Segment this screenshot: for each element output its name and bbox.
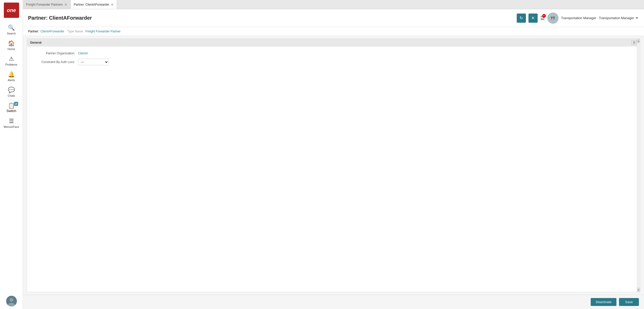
close-icon: ✕	[531, 16, 535, 20]
save-button[interactable]: Save	[619, 298, 639, 306]
sidebar-item-problems[interactable]: ⚠ Problems	[0, 53, 23, 69]
app-logo[interactable]: one	[4, 3, 19, 18]
page-title: Partner: ClientAForwarder	[28, 15, 517, 21]
form-body: Partner Organization: ClientA Constraint…	[27, 46, 640, 74]
switch-icon: 📋	[8, 102, 15, 109]
collapse-button[interactable]: ⊟	[632, 40, 637, 45]
sidebar: one 🔍 Search 🏠 Home ⚠ Problems 🔔 Alerts …	[0, 0, 23, 309]
section-header: General ⊟	[27, 39, 640, 46]
constraint-select[interactable]: ---	[78, 59, 109, 65]
sidebar-label-home: Home	[8, 47, 15, 51]
menu-icon: ☰	[9, 118, 14, 125]
search-icon: 🔍	[8, 24, 15, 31]
sidebar-label-alerts: Alerts	[8, 79, 15, 82]
scroll-track	[637, 43, 640, 288]
refresh-icon: ↻	[520, 16, 523, 20]
breadcrumb-partner-link[interactable]: ClientAForwarder	[41, 30, 64, 33]
tab-freight-close[interactable]: ✕	[64, 3, 67, 6]
breadcrumb-partner-label: Partner:	[28, 30, 39, 33]
page-header: Partner: ClientAForwarder ↻ ✕ ☰ TT Trans…	[23, 9, 644, 27]
role-label: Transportation Manager	[561, 16, 596, 20]
scroll-down-arrow[interactable]: ▼	[637, 288, 640, 292]
form-panel: General ⊟ Partner Organization: ClientA …	[27, 39, 640, 292]
content-area: Partner: ClientAForwarder Type Name: Fre…	[23, 27, 644, 309]
sidebar-label-search: Search	[7, 32, 16, 35]
constraint-label: Constraint By Auth Locs:	[32, 60, 78, 64]
role-dropdown[interactable]: Transportation Manager Transportation Ma…	[561, 15, 639, 21]
sidebar-item-search[interactable]: 🔍 Search	[0, 22, 23, 38]
sidebar-item-chats[interactable]: 💬 Chats	[0, 84, 23, 100]
sidebar-label-chats: Chats	[8, 94, 15, 97]
role-select[interactable]: Transportation Manager	[597, 15, 639, 21]
star-badge	[542, 14, 546, 18]
sidebar-item-home[interactable]: 🏠 Home	[0, 38, 23, 53]
user-initials: TT	[551, 16, 555, 20]
bell-icon: 🔔	[8, 71, 15, 78]
tabs-bar: Freight Forwarder Partners ✕ Partner: Cl…	[23, 0, 644, 9]
home-icon: 🏠	[8, 40, 15, 47]
footer-bar: Deactivate Save	[23, 295, 644, 309]
user-avatar-button[interactable]: TT	[547, 13, 559, 24]
tab-freight[interactable]: Freight Forwarder Partners ✕	[23, 0, 71, 9]
svg-point-1	[10, 298, 13, 302]
deactivate-button[interactable]: Deactivate	[591, 298, 616, 306]
form-row-constraint: Constraint By Auth Locs: ---	[32, 59, 635, 65]
refresh-button[interactable]: ↻	[517, 14, 526, 23]
tab-partner-close[interactable]: ✕	[111, 3, 114, 6]
warning-icon: ⚠	[9, 56, 14, 62]
close-button[interactable]: ✕	[528, 14, 538, 23]
sidebar-item-switch[interactable]: ⇄ 📋 Switch	[0, 100, 23, 115]
logo-text: one	[7, 7, 16, 13]
sidebar-label-switch: Switch	[6, 109, 16, 113]
section-label: General	[30, 41, 42, 44]
sidebar-item-menus[interactable]: ☰ Menus/Favs	[0, 115, 23, 131]
tab-partner[interactable]: Partner: ClientAForwarder ✕	[71, 0, 117, 9]
breadcrumb-type-label: Type Name:	[67, 30, 84, 33]
header-actions: ↻ ✕ ☰ TT Transportation Manager Transpor…	[517, 13, 639, 24]
breadcrumb-type-link[interactable]: Freight Forwarder Partner	[85, 30, 121, 33]
user-avatar[interactable]	[6, 296, 17, 306]
tab-partner-label: Partner: ClientAForwarder	[74, 3, 109, 6]
breadcrumb: Partner: ClientAForwarder Type Name: Fre…	[23, 27, 644, 36]
sidebar-label-menus: Menus/Favs	[4, 125, 19, 128]
main-content: Freight Forwarder Partners ✕ Partner: Cl…	[23, 0, 644, 309]
sidebar-bottom	[6, 296, 17, 309]
partner-org-label: Partner Organization:	[32, 52, 78, 55]
panel-scrollbar: ▲ ▼	[637, 39, 640, 292]
sidebar-label-problems: Problems	[5, 63, 17, 66]
sidebar-item-alerts[interactable]: 🔔 Alerts	[0, 69, 23, 84]
partner-org-value[interactable]: ClientA	[78, 52, 88, 55]
menu-button[interactable]: ☰	[540, 15, 545, 21]
switch-badge: ⇄	[14, 102, 18, 106]
tab-freight-label: Freight Forwarder Partners	[26, 3, 63, 6]
form-row-partner-org: Partner Organization: ClientA	[32, 52, 635, 55]
scroll-up-arrow[interactable]: ▲	[637, 39, 640, 43]
chat-icon: 💬	[8, 87, 15, 93]
